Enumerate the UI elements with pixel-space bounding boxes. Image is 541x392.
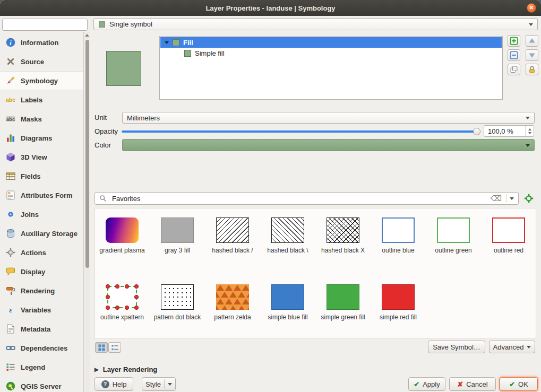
sidebar-item-label: Information	[21, 39, 59, 47]
sidebar-item-dependencies[interactable]: Dependencies	[0, 338, 83, 358]
sidebar-item-joins[interactable]: Joins	[0, 205, 83, 224]
symbol-item[interactable]: pattern dot black	[150, 280, 205, 342]
symbol-item[interactable]: simple blue fill	[260, 280, 315, 342]
symbol-item[interactable]: gradient plasma	[95, 213, 150, 275]
spinbox-steppers[interactable]	[525, 126, 534, 136]
sidebar-item-metadata[interactable]: Metadata	[0, 319, 83, 338]
style-manager-button[interactable]	[522, 193, 535, 204]
chevron-down-icon	[526, 144, 530, 147]
sidebar-item-actions[interactable]: Actions	[0, 243, 83, 262]
sidebar-item-variables[interactable]: ε Variables	[0, 300, 83, 319]
symbol-preview	[382, 217, 415, 243]
scrollbar-thumb[interactable]	[85, 40, 89, 268]
sidebar-item-label: Masks	[21, 115, 42, 123]
auxiliary-storage-icon	[5, 228, 16, 239]
opacity-label: Opacity	[95, 127, 118, 135]
duplicate-symbol-layer-button[interactable]	[508, 64, 520, 75]
sidebar-item-auxiliary-storage[interactable]: Auxiliary Storage	[0, 224, 83, 243]
style-button[interactable]: Style	[142, 377, 176, 391]
sidebar-item-qgis-server[interactable]: QGIS Server	[0, 377, 83, 392]
opacity-spinbox[interactable]: 100,0 %	[484, 125, 534, 137]
save-symbol-label: Save Symbol…	[433, 343, 480, 351]
symbol-item[interactable]: hashed black \	[260, 213, 315, 275]
help-button[interactable]: ? Help	[95, 377, 133, 391]
sidebar-item-fields[interactable]: Fields	[0, 167, 83, 186]
help-icon: ?	[101, 380, 109, 388]
symbol-item[interactable]: hashed black /	[205, 213, 260, 275]
symbol-item[interactable]: gray 3 fill	[150, 213, 205, 275]
icon-view-toggle-button[interactable]	[95, 342, 108, 353]
sidebar-item-label: Diagrams	[21, 134, 52, 142]
sidebar-item-display[interactable]: Display	[0, 262, 83, 281]
symbol-item[interactable]: simple red fill	[371, 280, 426, 342]
lock-icon	[528, 65, 536, 74]
attributes-form-icon	[5, 190, 16, 201]
symbol-item[interactable]: outline xpattern	[95, 280, 150, 342]
symbol-item[interactable]: outline blue	[371, 213, 426, 275]
sidebar-item-diagrams[interactable]: Diagrams	[0, 128, 83, 147]
symbol-tree-item-fill[interactable]: Fill	[160, 37, 502, 48]
symbol-label: simple red fill	[380, 313, 417, 321]
sidebar-item-masks[interactable]: abc Masks	[0, 109, 83, 128]
display-icon	[5, 266, 16, 277]
sidebar-item-label: Actions	[21, 249, 46, 257]
close-button[interactable]: ✕	[527, 3, 536, 13]
sidebar-search-input[interactable]	[2, 19, 88, 31]
sidebar-item-label: Symbology	[21, 77, 58, 85]
slider-track[interactable]	[122, 130, 478, 133]
unit-value: Millimeters	[127, 114, 160, 122]
symbol-item[interactable]: simple green fill	[315, 280, 371, 342]
apply-button[interactable]: ✔ Apply	[408, 377, 445, 391]
scrollbar-up-arrow-icon[interactable]	[84, 32, 90, 39]
source-icon	[5, 56, 16, 67]
color-picker-button[interactable]	[122, 139, 535, 151]
symbol-item[interactable]: outline red	[481, 213, 536, 275]
save-symbol-button[interactable]: Save Symbol…	[428, 341, 485, 353]
remove-symbol-layer-button[interactable]	[508, 49, 520, 61]
symbol-item[interactable]: pattern zelda	[205, 280, 260, 342]
advanced-button[interactable]: Advanced	[489, 341, 535, 353]
titlebar[interactable]: Layer Properties - landuse | Symbology ✕	[0, 0, 541, 16]
symbol-preview	[216, 284, 249, 310]
sidebar-item-information[interactable]: i Information	[0, 33, 83, 52]
cross-icon: ✘	[457, 380, 463, 388]
slider-handle[interactable]	[473, 128, 480, 135]
sidebar-item-legend[interactable]: Legend	[0, 358, 83, 377]
fields-icon	[5, 171, 16, 181]
sidebar-item-labels[interactable]: abc Labels	[0, 90, 83, 109]
view-3d-icon	[5, 152, 16, 162]
sidebar-item-3d-view[interactable]: 3D View	[0, 147, 83, 167]
lock-colors-button[interactable]	[526, 64, 538, 75]
sidebar-item-source[interactable]: Source	[0, 52, 83, 71]
ok-button[interactable]: ✔ OK	[500, 377, 538, 391]
clear-filter-icon[interactable]: ⌫	[488, 194, 504, 203]
symbol-item[interactable]: outline green	[426, 213, 481, 275]
dependencies-icon	[5, 343, 16, 353]
symbol-preview	[327, 217, 359, 243]
svg-text:ε: ε	[9, 306, 12, 314]
expand-caret-icon[interactable]	[165, 41, 169, 44]
opacity-slider[interactable]	[122, 127, 480, 136]
symbol-item[interactable]: hashed black X	[315, 213, 371, 275]
sidebar-item-attributes-form[interactable]: Attributes Form	[0, 186, 83, 205]
sidebar-item-rendering[interactable]: Rendering	[0, 281, 83, 300]
renderer-type-combobox[interactable]: Single symbol	[93, 18, 538, 30]
move-up-button[interactable]	[526, 35, 538, 47]
symbol-filter-box[interactable]: ⌫	[95, 192, 519, 205]
simple-fill-swatch-icon	[184, 50, 191, 57]
chevron-down-icon[interactable]	[510, 197, 514, 200]
list-view-toggle-button[interactable]	[108, 342, 121, 353]
sidebar-scrollbar[interactable]	[83, 32, 90, 392]
symbol-layer-tree[interactable]: Fill Simple fill	[159, 36, 503, 100]
style-label: Style	[145, 380, 161, 388]
layer-rendering-collapser[interactable]: ▶ Layer Rendering	[95, 365, 157, 373]
cancel-button[interactable]: ✘ Cancel	[449, 377, 496, 391]
unit-combobox[interactable]: Millimeters	[122, 112, 535, 124]
move-down-button[interactable]	[526, 49, 538, 61]
sidebar-item-label: 3D View	[21, 153, 47, 161]
sidebar-item-symbology[interactable]: Symbology	[0, 71, 83, 90]
symbol-tree-item-simple-fill[interactable]: Simple fill	[160, 48, 502, 58]
add-symbol-layer-button[interactable]	[508, 35, 520, 47]
symbol-filter-input[interactable]	[111, 194, 488, 203]
help-label: Help	[113, 380, 127, 388]
